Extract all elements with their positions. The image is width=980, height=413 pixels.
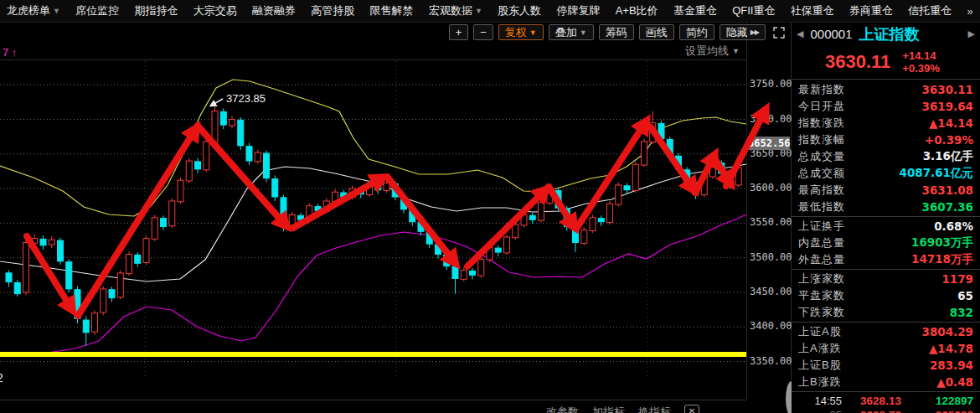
menu-item-label: 停牌复牌 <box>556 3 600 18</box>
menu-item-0[interactable]: 龙虎榜单▼ <box>7 3 60 18</box>
menu-item-10[interactable]: A+B比价 <box>616 3 658 18</box>
quote-row-value: 14718万手 <box>911 252 973 267</box>
quote-row-value: ▲0.48 <box>936 375 973 389</box>
quote-row-value: ▲14.78 <box>929 342 973 355</box>
menu-item-2[interactable]: 期指持仓 <box>134 3 178 18</box>
menu-item-label: A+B比价 <box>616 3 658 18</box>
menu-item-6[interactable]: 限售解禁 <box>370 3 414 18</box>
quote-row-value: 1179 <box>941 272 973 286</box>
quote-row-label: 内盘总量 <box>798 235 845 250</box>
menu-item-8[interactable]: 股东人数 <box>498 3 541 18</box>
menu-item-13[interactable]: 社保重仓 <box>791 3 834 18</box>
simple-mode-button[interactable]: 简约 <box>679 24 714 40</box>
menu-item-11[interactable]: 基金重仓 <box>673 3 717 18</box>
quote-row: 上涨家数1179 <box>792 271 980 287</box>
price-axis: 3750.003700.003650.003600.003550.003500.… <box>748 23 792 400</box>
quote-row-value: 3631.08 <box>922 183 974 197</box>
quote-row-label: 上证A股 <box>798 324 842 339</box>
price-block: 3630.11 +14.14 +0.39% <box>792 45 980 80</box>
next-stock-icon[interactable]: ▶ <box>968 28 975 39</box>
chevron-down-icon: ▼ <box>53 7 60 15</box>
menu-item-15[interactable]: 信托重仓 <box>908 3 952 18</box>
tick-row: 14:553628.13122897 <box>792 394 980 408</box>
axis-tick-label: 3500.00 <box>750 251 792 263</box>
zoom-out-button[interactable]: − <box>473 24 493 40</box>
divider <box>792 322 980 323</box>
menu-item-9[interactable]: 停牌复牌 <box>556 3 600 18</box>
close-icon[interactable]: ✕ <box>684 405 699 413</box>
menu-item-1[interactable]: 席位监控 <box>75 3 119 18</box>
panel-collapse-handle[interactable] <box>786 381 792 413</box>
quote-row-value: 65 <box>957 289 973 302</box>
chevron-down-icon: ▼ <box>529 25 537 40</box>
quote-row-label: 平盘家数 <box>798 288 845 303</box>
quote-row: 上A涨跌▲14.78 <box>792 340 980 357</box>
prev-stock-icon[interactable]: ◀ <box>797 28 803 39</box>
menu-item-12[interactable]: QFII重仓 <box>732 3 775 18</box>
quote-row: 外盘总量14718万手 <box>792 251 980 268</box>
chips-button[interactable]: 筹码 <box>599 24 634 40</box>
quote-row-label: 总成交量 <box>798 149 845 164</box>
quote-row: 下跌家数832 <box>792 304 980 321</box>
add-indicator-link[interactable]: 加指标 <box>592 405 625 413</box>
quote-row-value: 3.16亿手 <box>923 149 973 164</box>
overlay-button[interactable]: 叠加▼ <box>549 24 594 40</box>
double-arrow-icon: ▶▶ <box>750 25 759 40</box>
adjust-price-button[interactable]: 复权▼ <box>498 24 544 40</box>
kline-chart-region[interactable]: 3723.85 + − 复权▼ 叠加▼ 筹码 画线 简约 隐藏▶▶ 7 ↑ 设置… <box>0 23 792 413</box>
ma-settings-button[interactable]: 设置均线▼ <box>685 44 740 59</box>
menu-item-label: 社保重仓 <box>791 3 834 18</box>
quote-row-value: 283.94 <box>930 359 973 372</box>
change-params-link[interactable]: 改参数 <box>546 405 579 413</box>
quote-row-label: 指数涨跌 <box>798 116 845 131</box>
quote-row-label: 最低指数 <box>798 199 845 214</box>
quote-row: 上证换手0.68% <box>792 218 980 235</box>
menu-item-3[interactable]: 大宗交易 <box>193 3 237 18</box>
top-menu-bar: 龙虎榜单▼席位监控期指持仓大宗交易融资融券高管持股限售解禁宏观数据▼股东人数停牌… <box>0 0 980 23</box>
divider <box>792 216 980 217</box>
quote-row: 总成交量3.16亿手 <box>792 148 980 165</box>
menu-more-icon[interactable]: » <box>967 5 973 18</box>
menu-item-label: 融资融券 <box>252 3 296 18</box>
quote-row: 今日开盘3619.64 <box>792 98 980 115</box>
menu-item-4[interactable]: 融资融券 <box>252 3 296 18</box>
kline-chart-canvas[interactable]: 3723.85 <box>0 0 792 413</box>
quote-row-value: 3630.11 <box>922 83 974 96</box>
hide-button[interactable]: 隐藏▶▶ <box>720 24 766 40</box>
switch-indicator-link[interactable]: 换指标 <box>638 405 671 413</box>
menu-item-5[interactable]: 高管持股 <box>311 3 354 18</box>
draw-line-button[interactable]: 画线 <box>639 24 674 40</box>
axis-tick-label: 3450.00 <box>750 286 792 297</box>
price-change: +14.14 <box>902 49 939 62</box>
quote-row-value: 4087.61亿元 <box>900 166 974 181</box>
quote-row: 最高指数3631.08 <box>792 182 980 199</box>
fullscreen-icon[interactable] <box>771 24 787 40</box>
price-change-pct: +0.39% <box>902 62 939 75</box>
divider <box>792 269 980 270</box>
axis-tick-label: 3400.00 <box>750 320 792 332</box>
quote-row-value: +0.39% <box>925 133 973 147</box>
quote-row-label: 上B涨跌 <box>798 374 842 390</box>
menu-item-label: 券商重仓 <box>849 3 893 18</box>
menu-item-label: 期指持仓 <box>134 3 178 18</box>
stock-name: 上证指数 <box>859 24 962 44</box>
quote-row: 上证B股283.94 <box>792 357 980 374</box>
menu-item-7[interactable]: 宏观数据▼ <box>429 3 482 18</box>
quote-row-label: 外盘总量 <box>798 252 845 267</box>
quote-row-value: 3619.64 <box>922 100 974 113</box>
menu-item-label: 宏观数据 <box>429 3 472 18</box>
chevron-down-icon: ▼ <box>732 47 740 55</box>
quote-row-label: 最新指数 <box>798 82 845 97</box>
quote-panel-header: ◀ 000001 上证指数 ▶ <box>792 23 980 45</box>
quote-row-label: 总成交额 <box>798 166 845 181</box>
menu-item-label: 龙虎榜单 <box>7 3 50 18</box>
quote-row-label: 上A涨跌 <box>798 341 842 356</box>
quote-row-label: 上涨家数 <box>798 271 845 287</box>
menu-item-14[interactable]: 券商重仓 <box>849 3 893 18</box>
menu-item-label: 股东人数 <box>498 3 541 18</box>
zoom-in-button[interactable]: + <box>449 24 469 40</box>
tick-list: 14:553628.13122897:253628.76225288 <box>792 394 980 413</box>
indicator-label: 7 ↑ <box>3 46 17 59</box>
quote-row: 上证A股3804.29 <box>792 323 980 340</box>
stock-code: 000001 <box>810 27 852 41</box>
